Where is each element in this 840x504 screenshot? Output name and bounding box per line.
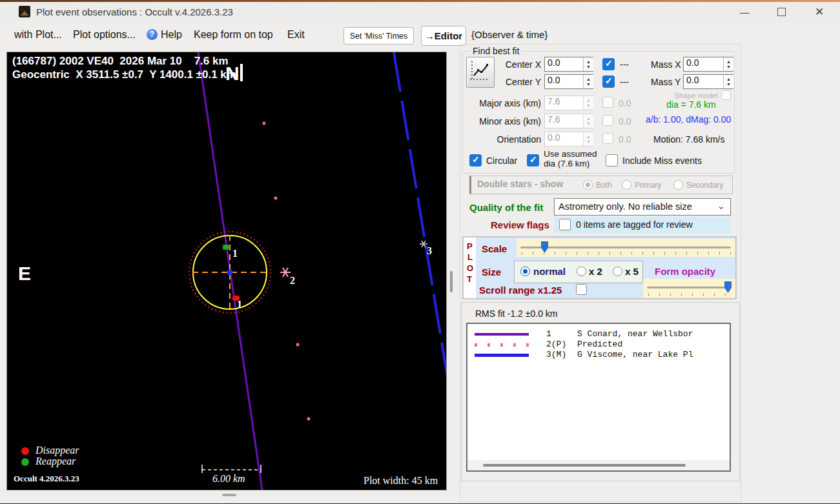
- size-radio-group: normal x 2 x 5: [514, 261, 643, 283]
- predicted-dot: [307, 418, 311, 421]
- app-window: Plot event observations : Occult v.4.202…: [0, 0, 840, 504]
- minor-axis-spinner[interactable]: ▲▼: [583, 114, 593, 128]
- minor-axis-fit-checkbox[interactable]: [602, 115, 613, 126]
- use-assumed-checkbox[interactable]: [527, 154, 539, 166]
- major-axis-fit-checkbox[interactable]: [602, 97, 613, 108]
- plot-version-label: Occult 4.2026.3.23: [14, 474, 79, 484]
- form-opacity-thumb[interactable]: [724, 281, 732, 293]
- menu-exit[interactable]: Exit: [287, 29, 305, 41]
- scale-slider-track: [520, 247, 731, 248]
- legend-reappear-label: Reappear: [36, 456, 76, 467]
- close-button[interactable]: ✕: [804, 2, 834, 21]
- east-label: E: [18, 263, 31, 285]
- double-stars-primary-radio[interactable]: [622, 180, 631, 190]
- minor-axis-flag: 0.0: [619, 116, 631, 126]
- orientation-flag: 0.0: [619, 134, 631, 145]
- plot-letter-l: L: [467, 252, 473, 262]
- set-miss-times-button[interactable]: Set 'Miss' Times: [343, 27, 414, 45]
- spin-up-icon: ▲: [586, 116, 591, 121]
- spin-down-icon: ▼: [586, 139, 591, 145]
- observer-row[interactable]: 1 S Conard, near Wellsbor: [467, 329, 730, 339]
- size-x5-radio[interactable]: [613, 267, 622, 276]
- observer1-line-sample: [475, 333, 529, 336]
- center-x-fit-checkbox[interactable]: [602, 58, 615, 70]
- double-stars-label: Double stars - show: [477, 179, 563, 189]
- double-stars-primary-label: Primary: [635, 181, 661, 190]
- center-y-spinner[interactable]: ▲▼: [583, 75, 593, 88]
- menu-keep-on-top[interactable]: Keep form on top: [194, 29, 273, 41]
- form-opacity-ticks: [648, 293, 732, 296]
- center-x-spinner[interactable]: ▲▼: [583, 57, 593, 71]
- size-normal-radio[interactable]: [520, 267, 530, 276]
- mass-x-spinner[interactable]: ▲▼: [723, 57, 733, 71]
- reappear-marker: [223, 245, 229, 250]
- spin-up-icon: ▲: [586, 77, 591, 82]
- plot-title-line2: Geocentric X 3511.5 ±0.7 Y 1400.1 ±0.1 k…: [12, 68, 236, 81]
- shape-model-label: Shape model: [665, 92, 718, 99]
- review-flags-label: Review flags: [491, 219, 549, 230]
- plot-canvas: [7, 52, 446, 490]
- occultation-plot[interactable]: (166787) 2002 VE40 2026 Mar 10 7.6 km Ge…: [6, 52, 447, 490]
- find-best-fit-label: Find best fit: [470, 46, 522, 56]
- observer-list-hscrollbar-thumb[interactable]: [483, 464, 686, 467]
- app-icon: [19, 6, 30, 17]
- include-miss-checkbox[interactable]: [606, 154, 618, 166]
- center-dot: [227, 270, 233, 276]
- station2-label: 2: [290, 275, 295, 287]
- size-x5-label: x 5: [625, 266, 639, 277]
- shape-model-checkbox[interactable]: [721, 90, 731, 100]
- plot-letter-t: T: [467, 274, 472, 284]
- plot-horizontal-scrollbar[interactable]: [222, 494, 236, 496]
- quality-label: Quality of the fit: [469, 202, 543, 213]
- minimize-button[interactable]: —: [730, 2, 759, 21]
- scroll-range-checkbox[interactable]: [576, 284, 587, 295]
- size-x2-radio[interactable]: [577, 267, 586, 276]
- scale-slider[interactable]: [517, 239, 735, 257]
- major-axis-label: Major axis (km): [464, 98, 541, 108]
- review-flags-checkbox[interactable]: [559, 219, 571, 230]
- observer-list[interactable]: 1 S Conard, near Wellsbor 2(P) Predicted…: [466, 323, 731, 472]
- spin-down-icon: ▼: [726, 65, 731, 70]
- quality-dropdown[interactable]: Astrometry only. No reliable size ⌄: [554, 198, 731, 216]
- plot-letter-o: O: [467, 263, 473, 273]
- disappear-legend-icon: [21, 447, 29, 455]
- observer-id: 2(P): [546, 339, 566, 349]
- menu-with-plot[interactable]: with Plot...: [14, 29, 62, 41]
- orientation-spinner[interactable]: ▲▼: [583, 132, 593, 146]
- menu-help[interactable]: Help: [161, 29, 182, 41]
- station3-label: 3: [427, 245, 432, 257]
- observer-row[interactable]: 2(P) Predicted: [467, 339, 730, 350]
- help-icon[interactable]: ?: [147, 29, 158, 40]
- maximize-icon: [777, 8, 786, 16]
- title-bar[interactable]: Plot event observations : Occult v.4.202…: [0, 2, 840, 21]
- size-label: Size: [482, 267, 501, 277]
- north-arrow-shaft: [240, 64, 243, 81]
- major-axis-spinner[interactable]: ▲▼: [583, 96, 593, 110]
- double-stars-both-radio[interactable]: [583, 180, 593, 190]
- center-y-flag: ---: [620, 77, 629, 87]
- scroll-range-label: Scroll range x1.25: [479, 285, 562, 296]
- ab-dmag-text: a/b: 1.00, dMag: 0.00: [646, 114, 731, 125]
- plot-width-label: Plot width: 45 km: [364, 475, 438, 487]
- review-flags-text: 0 items are tagged for review: [576, 219, 693, 230]
- form-opacity-slider[interactable]: [643, 279, 735, 298]
- plot-letter-p: P: [467, 241, 473, 251]
- maximize-button[interactable]: [766, 2, 796, 21]
- circular-checkbox[interactable]: [469, 154, 482, 166]
- double-stars-both-label: Both: [596, 181, 612, 190]
- observer-list-hscrollbar[interactable]: [467, 460, 730, 470]
- center-y-label: Center Y: [478, 77, 541, 87]
- chord-observer3: [394, 52, 446, 401]
- mass-y-spinner[interactable]: ▲▼: [723, 75, 733, 88]
- quality-dropdown-value: Astrometry only. No reliable size: [558, 201, 692, 212]
- observer-row[interactable]: 3(M) G Viscome, near Lake Pl: [467, 350, 730, 360]
- form-opacity-label: Form opacity: [655, 266, 715, 277]
- mass-x-label: Mass X: [651, 59, 681, 70]
- plot-vertical-scrollbar[interactable]: [450, 271, 453, 292]
- menu-plot-options[interactable]: Plot options...: [73, 29, 136, 41]
- orientation-fit-checkbox[interactable]: [602, 133, 613, 144]
- editor-button[interactable]: →Editor: [421, 26, 466, 46]
- double-stars-secondary-radio[interactable]: [673, 180, 683, 190]
- center-y-fit-checkbox[interactable]: [602, 76, 615, 88]
- dia-text: dia = 7.6 km: [666, 99, 716, 110]
